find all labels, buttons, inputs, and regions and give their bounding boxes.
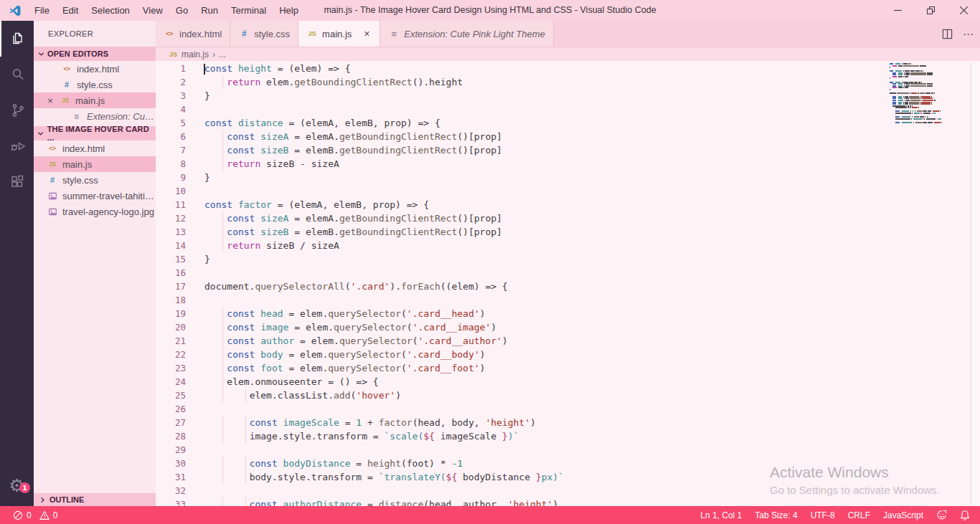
- extension-file-icon: ≡: [388, 29, 400, 39]
- line-number: 11: [156, 198, 186, 211]
- menu-file[interactable]: File: [28, 0, 56, 21]
- close-icon[interactable]: ×: [45, 95, 55, 106]
- sidebar-item-source-control[interactable]: [0, 92, 34, 128]
- css-file-icon: #: [47, 176, 58, 185]
- status-language-mode[interactable]: JavaScript: [883, 510, 923, 520]
- more-actions-icon[interactable]: ⋯: [963, 28, 974, 41]
- indent-guide: [222, 157, 223, 171]
- status-encoding[interactable]: UTF-8: [811, 510, 835, 520]
- sidebar-item-explorer[interactable]: [0, 21, 34, 57]
- code-line-11: 11const factor = (elemA, elemB, prop) =>…: [156, 198, 980, 211]
- tab-style-css[interactable]: #style.css: [230, 21, 298, 47]
- run-debug-icon: [9, 138, 27, 155]
- indent-guide: [222, 320, 223, 334]
- indent-guide: [222, 389, 223, 402]
- line-number: 10: [156, 184, 186, 198]
- chevron-down-icon: [37, 49, 45, 58]
- code-editor[interactable]: 1const height = (elem) => {2return elem.…: [156, 62, 980, 506]
- code-line-19: 19const head = elem.querySelector('.card…: [156, 307, 980, 320]
- line-number: 17: [156, 280, 186, 293]
- line-number: 18: [156, 293, 186, 307]
- indent-guide: [222, 239, 223, 252]
- css-file-icon: #: [62, 80, 72, 90]
- list-item-index-html[interactable]: <>index.html: [34, 61, 156, 77]
- menu-terminal[interactable]: Terminal: [225, 0, 273, 21]
- settings-badge: 1: [19, 482, 30, 493]
- tab-index-html[interactable]: <>index.html: [156, 21, 230, 47]
- title-bar: FileEditSelectionViewGoRunTerminalHelp m…: [0, 0, 980, 21]
- window-title: main.js - The Image Hover Card Design Us…: [324, 0, 656, 21]
- close-icon[interactable]: [947, 0, 980, 21]
- editor-group: <>index.html#style.cssJSmain.js×≡Extensi…: [156, 21, 980, 506]
- scrollbar-track[interactable]: [971, 62, 980, 506]
- list-item-index-html[interactable]: <>index.html: [34, 140, 156, 156]
- list-item-main-js[interactable]: ×JSmain.js: [34, 92, 156, 108]
- file-label: style.css: [62, 175, 98, 186]
- list-item-extension-cute-pi[interactable]: ≡Extension: Cute Pi...: [34, 108, 156, 124]
- open-editors-header[interactable]: OPEN EDITORS: [34, 47, 156, 61]
- list-item-summer-travel-tahiti-j[interactable]: summer-travel-tahiti.j...: [34, 188, 156, 204]
- line-number: 26: [156, 402, 186, 416]
- explorer-sidebar: EXPLORER OPEN EDITORS <>index.html#style…: [34, 21, 156, 506]
- code-line-25: 25elem.classList.add('hover'): [156, 389, 980, 402]
- notifications-bell-icon[interactable]: [960, 510, 970, 520]
- minimap-line: [895, 107, 919, 108]
- outline-header[interactable]: OUTLINE: [34, 492, 156, 506]
- list-item-style-css[interactable]: #style.css: [34, 172, 156, 188]
- restore-icon[interactable]: [914, 0, 947, 21]
- code-line-5: 5const distance = (elemA, elemB, prop) =…: [156, 116, 980, 130]
- menu-run[interactable]: Run: [194, 0, 225, 21]
- file-label: index.html: [77, 64, 119, 75]
- activate-windows-watermark: Activate Windows Go to Settings to activ…: [770, 464, 940, 496]
- line-number: 8: [156, 157, 186, 171]
- tab-extension-theme[interactable]: ≡Extension: Cute Pink Light Theme: [380, 21, 554, 47]
- code-line-10: 10: [156, 184, 980, 198]
- file-label: style.css: [77, 80, 113, 90]
- feedback-smiley-icon[interactable]: [936, 510, 947, 520]
- tab-close-icon[interactable]: ×: [362, 28, 372, 39]
- open-editors-list: <>index.html#style.css×JSmain.js≡Extensi…: [34, 61, 156, 124]
- problems-status[interactable]: 0 0: [7, 510, 62, 520]
- menu-selection[interactable]: Selection: [85, 0, 136, 21]
- file-label: Extension: Cute Pi...: [87, 111, 156, 122]
- status-eol[interactable]: CRLF: [848, 510, 870, 520]
- sidebar-item-run-debug[interactable]: [0, 128, 34, 164]
- settings-gear-button[interactable]: ⚙ 1: [0, 473, 34, 497]
- breadcrumb-symbol[interactable]: ...: [219, 49, 226, 59]
- tab-main-js[interactable]: JSmain.js×: [298, 21, 380, 47]
- status-tab-size[interactable]: Tab Size: 4: [755, 510, 797, 520]
- minimize-icon[interactable]: [881, 0, 914, 21]
- search-icon: [9, 66, 27, 83]
- minimap-line: [895, 113, 936, 114]
- split-editor-icon[interactable]: [942, 29, 953, 39]
- status-cursor-position[interactable]: Ln 1, Col 1: [700, 510, 742, 520]
- menu-view[interactable]: View: [136, 0, 169, 21]
- watermark-title: Activate Windows: [770, 464, 940, 481]
- breadcrumb-file[interactable]: main.js: [182, 49, 209, 59]
- outline-label: OUTLINE: [50, 495, 84, 504]
- line-number: 19: [156, 307, 186, 320]
- folder-header[interactable]: THE IMAGE HOVER CARD ...: [34, 126, 156, 140]
- image-file-icon: [47, 191, 58, 200]
- code-line-24: 24elem.onmouseenter = () => {: [156, 375, 980, 389]
- list-item-main-js[interactable]: JSmain.js: [34, 156, 156, 172]
- code-line-12: 12const sizeA = elemA.getBoundingClientR…: [156, 211, 980, 225]
- sidebar-item-extensions[interactable]: [0, 164, 34, 200]
- menu-help[interactable]: Help: [273, 0, 305, 21]
- code-line-21: 21const author = elem.querySelector('.ca…: [156, 334, 980, 348]
- menu-go[interactable]: Go: [169, 0, 194, 21]
- minimap[interactable]: [888, 63, 941, 135]
- minimap-line: [890, 92, 936, 94]
- line-number: 21: [156, 334, 186, 348]
- list-item-style-css[interactable]: #style.css: [34, 77, 156, 92]
- breadcrumb[interactable]: JS main.js › ...: [156, 47, 980, 61]
- list-item-travel-agency-logo-jpg[interactable]: travel-agency-logo.jpg: [34, 204, 156, 219]
- tab-bar: <>index.html#style.cssJSmain.js×≡Extensi…: [156, 21, 980, 47]
- menu-edit[interactable]: Edit: [56, 0, 85, 21]
- sidebar-item-search[interactable]: [0, 57, 34, 92]
- code-line-23: 23const foot = elem.querySelector('.card…: [156, 361, 980, 375]
- indent-guide: [222, 143, 223, 157]
- code-line-20: 20const image = elem.querySelector('.car…: [156, 320, 980, 334]
- minimap-line: [895, 122, 942, 123]
- line-number: 32: [156, 484, 186, 497]
